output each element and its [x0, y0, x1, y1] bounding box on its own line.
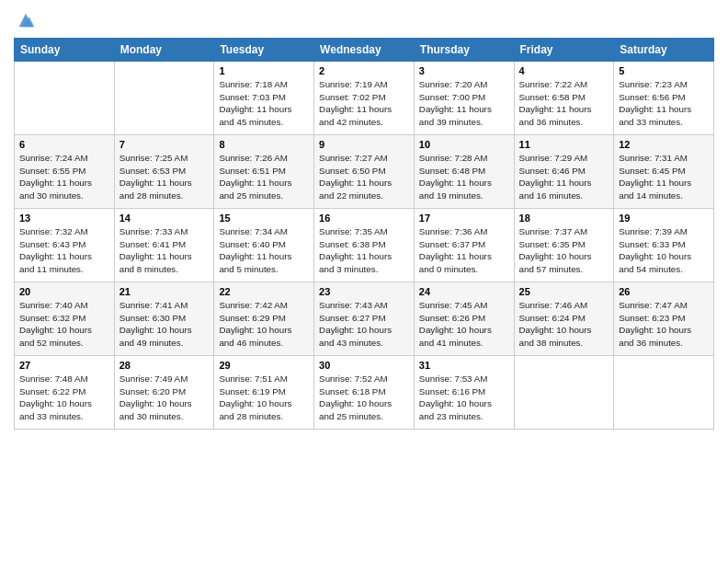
day-number: 21: [119, 286, 210, 297]
day-info: Sunrise: 7:37 AMSunset: 6:35 PMDaylight:…: [519, 225, 609, 276]
day-info: Sunrise: 7:18 AMSunset: 7:03 PMDaylight:…: [219, 78, 309, 129]
calendar-cell: 31Sunrise: 7:53 AMSunset: 6:16 PMDayligh…: [414, 356, 514, 430]
logo: [14, 14, 36, 30]
calendar-cell: 12Sunrise: 7:31 AMSunset: 6:45 PMDayligh…: [614, 135, 714, 209]
calendar-cell: 19Sunrise: 7:39 AMSunset: 6:33 PMDayligh…: [614, 209, 714, 282]
calendar-cell: 22Sunrise: 7:42 AMSunset: 6:29 PMDayligh…: [214, 282, 314, 356]
day-info: Sunrise: 7:41 AMSunset: 6:30 PMDaylight:…: [119, 299, 210, 350]
day-info: Sunrise: 7:23 AMSunset: 6:56 PMDaylight:…: [619, 78, 709, 129]
day-info: Sunrise: 7:42 AMSunset: 6:29 PMDaylight:…: [219, 299, 309, 350]
day-info: Sunrise: 7:22 AMSunset: 6:58 PMDaylight:…: [519, 78, 609, 129]
day-number: 23: [319, 286, 409, 297]
day-info: Sunrise: 7:26 AMSunset: 6:51 PMDaylight:…: [219, 152, 309, 202]
day-number: 13: [19, 213, 109, 224]
page: SundayMondayTuesdayWednesdayThursdayFrid…: [0, 0, 728, 563]
weekday-header-friday: Friday: [514, 39, 614, 62]
day-info: Sunrise: 7:20 AMSunset: 7:00 PMDaylight:…: [419, 78, 509, 129]
day-number: 1: [219, 65, 309, 76]
day-number: 16: [319, 213, 409, 224]
day-number: 27: [19, 360, 109, 371]
calendar-cell: 21Sunrise: 7:41 AMSunset: 6:30 PMDayligh…: [114, 282, 214, 356]
calendar-header-row: SundayMondayTuesdayWednesdayThursdayFrid…: [15, 39, 714, 62]
day-number: 12: [619, 139, 709, 150]
day-number: 5: [619, 65, 709, 76]
day-number: 8: [219, 139, 309, 150]
day-info: Sunrise: 7:53 AMSunset: 6:16 PMDaylight:…: [419, 373, 509, 423]
day-info: Sunrise: 7:39 AMSunset: 6:33 PMDaylight:…: [619, 225, 709, 276]
day-number: 31: [419, 360, 509, 371]
calendar-cell: 8Sunrise: 7:26 AMSunset: 6:51 PMDaylight…: [214, 135, 314, 209]
day-number: 19: [619, 213, 709, 224]
calendar-table: SundayMondayTuesdayWednesdayThursdayFrid…: [14, 38, 714, 430]
calendar-cell: 7Sunrise: 7:25 AMSunset: 6:53 PMDaylight…: [114, 135, 214, 209]
day-number: 18: [519, 213, 609, 224]
calendar-cell: 10Sunrise: 7:28 AMSunset: 6:48 PMDayligh…: [414, 135, 514, 209]
day-info: Sunrise: 7:49 AMSunset: 6:20 PMDaylight:…: [119, 373, 210, 423]
day-info: Sunrise: 7:48 AMSunset: 6:22 PMDaylight:…: [19, 373, 109, 423]
calendar-cell: 28Sunrise: 7:49 AMSunset: 6:20 PMDayligh…: [114, 356, 214, 430]
calendar-week-5: 27Sunrise: 7:48 AMSunset: 6:22 PMDayligh…: [15, 356, 714, 430]
calendar-cell: 29Sunrise: 7:51 AMSunset: 6:19 PMDayligh…: [214, 356, 314, 430]
calendar-cell: [514, 356, 614, 430]
calendar-cell: 4Sunrise: 7:22 AMSunset: 6:58 PMDaylight…: [514, 62, 614, 135]
calendar-cell: 11Sunrise: 7:29 AMSunset: 6:46 PMDayligh…: [514, 135, 614, 209]
day-info: Sunrise: 7:34 AMSunset: 6:40 PMDaylight:…: [219, 225, 309, 276]
calendar-cell: 6Sunrise: 7:24 AMSunset: 6:55 PMDaylight…: [15, 135, 115, 209]
day-number: 30: [319, 360, 409, 371]
day-number: 28: [119, 360, 210, 371]
calendar-cell: 23Sunrise: 7:43 AMSunset: 6:27 PMDayligh…: [314, 282, 415, 356]
calendar-cell: [614, 356, 714, 430]
calendar-week-4: 20Sunrise: 7:40 AMSunset: 6:32 PMDayligh…: [15, 282, 714, 356]
calendar-cell: [15, 62, 115, 135]
day-info: Sunrise: 7:31 AMSunset: 6:45 PMDaylight:…: [619, 152, 709, 202]
weekday-header-tuesday: Tuesday: [214, 39, 314, 62]
day-number: 29: [219, 360, 309, 371]
calendar-cell: 2Sunrise: 7:19 AMSunset: 7:02 PMDaylight…: [314, 62, 415, 135]
day-info: Sunrise: 7:35 AMSunset: 6:38 PMDaylight:…: [319, 225, 409, 276]
calendar-week-3: 13Sunrise: 7:32 AMSunset: 6:43 PMDayligh…: [15, 209, 714, 282]
day-info: Sunrise: 7:29 AMSunset: 6:46 PMDaylight:…: [519, 152, 609, 202]
day-info: Sunrise: 7:51 AMSunset: 6:19 PMDaylight:…: [219, 373, 309, 423]
day-number: 26: [619, 286, 709, 297]
calendar-cell: 24Sunrise: 7:45 AMSunset: 6:26 PMDayligh…: [414, 282, 514, 356]
weekday-header-sunday: Sunday: [15, 39, 115, 62]
weekday-header-thursday: Thursday: [414, 39, 514, 62]
calendar-cell: 3Sunrise: 7:20 AMSunset: 7:00 PMDaylight…: [414, 62, 514, 135]
day-info: Sunrise: 7:43 AMSunset: 6:27 PMDaylight:…: [319, 299, 409, 350]
day-number: 4: [519, 65, 609, 76]
day-info: Sunrise: 7:52 AMSunset: 6:18 PMDaylight:…: [319, 373, 409, 423]
header: [14, 9, 714, 30]
day-info: Sunrise: 7:45 AMSunset: 6:26 PMDaylight:…: [419, 299, 509, 350]
day-number: 20: [19, 286, 109, 297]
calendar-cell: 30Sunrise: 7:52 AMSunset: 6:18 PMDayligh…: [314, 356, 415, 430]
weekday-header-wednesday: Wednesday: [314, 39, 415, 62]
day-info: Sunrise: 7:24 AMSunset: 6:55 PMDaylight:…: [19, 152, 109, 202]
day-info: Sunrise: 7:46 AMSunset: 6:24 PMDaylight:…: [519, 299, 609, 350]
calendar-week-1: 1Sunrise: 7:18 AMSunset: 7:03 PMDaylight…: [15, 62, 714, 135]
day-info: Sunrise: 7:47 AMSunset: 6:23 PMDaylight:…: [619, 299, 709, 350]
calendar-cell: 17Sunrise: 7:36 AMSunset: 6:37 PMDayligh…: [414, 209, 514, 282]
day-info: Sunrise: 7:19 AMSunset: 7:02 PMDaylight:…: [319, 78, 409, 129]
day-number: 7: [119, 139, 210, 150]
day-number: 17: [419, 213, 509, 224]
logo-icon: [16, 10, 36, 30]
day-number: 24: [419, 286, 509, 297]
day-number: 10: [419, 139, 509, 150]
calendar-cell: 9Sunrise: 7:27 AMSunset: 6:50 PMDaylight…: [314, 135, 415, 209]
day-number: 22: [219, 286, 309, 297]
weekday-header-monday: Monday: [114, 39, 214, 62]
day-info: Sunrise: 7:28 AMSunset: 6:48 PMDaylight:…: [419, 152, 509, 202]
day-number: 25: [519, 286, 609, 297]
calendar-cell: 16Sunrise: 7:35 AMSunset: 6:38 PMDayligh…: [314, 209, 415, 282]
day-info: Sunrise: 7:25 AMSunset: 6:53 PMDaylight:…: [119, 152, 210, 202]
calendar-cell: [114, 62, 214, 135]
calendar-cell: 5Sunrise: 7:23 AMSunset: 6:56 PMDaylight…: [614, 62, 714, 135]
calendar-cell: 18Sunrise: 7:37 AMSunset: 6:35 PMDayligh…: [514, 209, 614, 282]
day-number: 11: [519, 139, 609, 150]
day-number: 3: [419, 65, 509, 76]
day-info: Sunrise: 7:33 AMSunset: 6:41 PMDaylight:…: [119, 225, 210, 276]
calendar-cell: 25Sunrise: 7:46 AMSunset: 6:24 PMDayligh…: [514, 282, 614, 356]
day-number: 15: [219, 213, 309, 224]
calendar-cell: 15Sunrise: 7:34 AMSunset: 6:40 PMDayligh…: [214, 209, 314, 282]
day-number: 6: [19, 139, 109, 150]
